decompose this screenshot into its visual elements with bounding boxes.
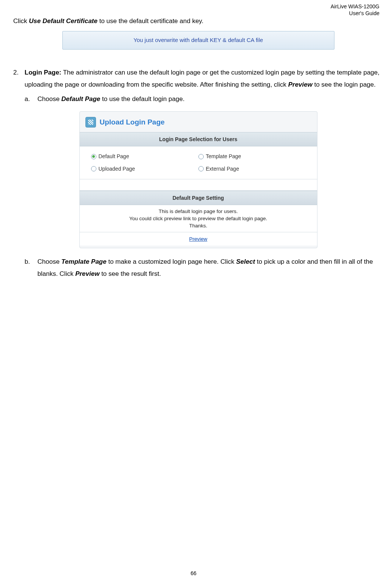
upload-login-page-panel: Upload Login Page Login Page Selection f…: [79, 111, 317, 248]
spacer: [80, 179, 317, 191]
radio-icon: [198, 166, 204, 171]
radio-label: Uploaded Page: [99, 164, 135, 174]
document-header: AirLive WIAS-1200G User's Guide: [331, 3, 379, 17]
product-name: AirLive WIAS-1200G: [331, 3, 379, 10]
radio-group: Default Page Template Page Uploaded Page…: [80, 146, 317, 179]
radio-icon: [91, 166, 96, 171]
text: to use the default login page.: [100, 95, 184, 103]
list-text: Choose Default Page to use the default l…: [37, 93, 184, 105]
radio-default-page[interactable]: Default Page: [91, 150, 198, 163]
text: Choose: [37, 258, 61, 265]
use-default-certificate-label: Use Default Certificate: [29, 17, 98, 25]
text: to see the login page.: [313, 81, 376, 88]
list-number: 2.: [13, 67, 20, 91]
list-item-2: 2. Login Page: The administrator can use…: [13, 67, 383, 91]
section-header-default-setting: Default Page Setting: [80, 191, 317, 205]
radio-external-page[interactable]: External Page: [198, 163, 306, 175]
panel-title: Upload Login Page: [100, 115, 165, 129]
text: to see the result first.: [99, 270, 161, 277]
radio-template-page[interactable]: Template Page: [198, 150, 306, 163]
radio-label: Template Page: [206, 151, 241, 162]
radio-icon: [198, 154, 204, 159]
list-letter: a.: [25, 93, 33, 105]
default-setting-text: This is default login page for users. Yo…: [80, 205, 317, 232]
text-line: This is default login page for users.: [80, 208, 317, 215]
preview-label-inline: Preview: [75, 270, 99, 277]
radio-uploaded-page[interactable]: Uploaded Page: [91, 163, 198, 175]
overwrite-notice-box: You just overwrite with default KEY & de…: [62, 31, 334, 50]
text: to use the default certificate and key.: [98, 17, 203, 25]
radio-label: External Page: [206, 164, 239, 174]
list-text: Choose Template Page to make a customize…: [37, 256, 383, 280]
text-line: You could click preview link to preview …: [80, 215, 317, 222]
text: Click: [13, 17, 29, 25]
list-item-a: a. Choose Default Page to use the defaul…: [25, 93, 383, 105]
preview-link[interactable]: Preview: [189, 236, 207, 242]
list-letter: b.: [25, 256, 33, 280]
page-content: Click Use Default Certificate to use the…: [0, 0, 387, 280]
login-page-label: Login Page:: [25, 69, 61, 76]
text-line: Thanks.: [80, 222, 317, 230]
panel-title-row: Upload Login Page: [80, 115, 317, 132]
doc-title: User's Guide: [331, 10, 379, 17]
select-label: Select: [236, 258, 255, 265]
upload-icon: [85, 117, 96, 128]
template-page-label: Template Page: [61, 258, 106, 265]
default-page-label: Default Page: [61, 95, 100, 103]
overwrite-notice-text: You just overwrite with default KEY & de…: [133, 37, 263, 43]
list-item-b: b. Choose Template Page to make a custom…: [25, 256, 383, 280]
text: to make a customized login page here. Cl…: [107, 258, 236, 265]
radio-icon: [91, 154, 96, 159]
list-text: Login Page: The administrator can use th…: [25, 67, 383, 91]
paragraph-default-cert: Click Use Default Certificate to use the…: [13, 15, 383, 27]
radio-label: Default Page: [99, 151, 129, 162]
page-number: 66: [0, 568, 387, 579]
text: Choose: [37, 95, 61, 103]
section-header-selection: Login Page Selection for Users: [80, 132, 317, 147]
preview-label-inline: Preview: [288, 81, 312, 88]
preview-row: Preview: [80, 232, 317, 246]
